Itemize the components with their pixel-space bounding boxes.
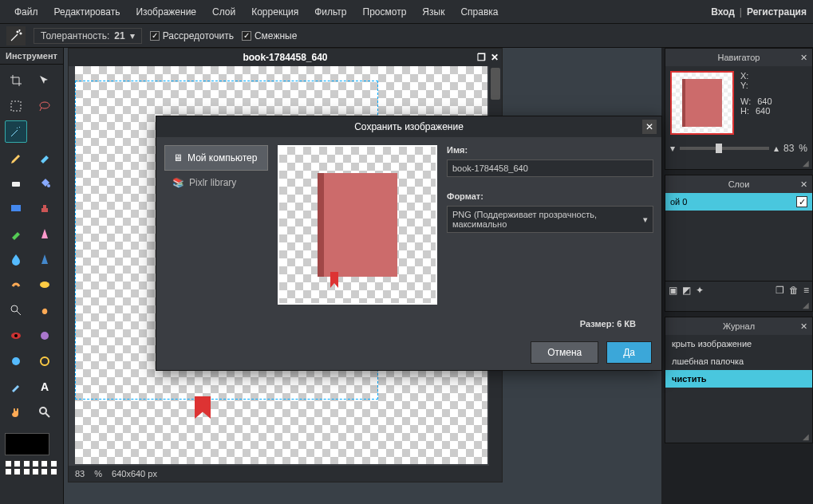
save-preview [278, 145, 437, 305]
library-icon: 📚 [172, 177, 184, 188]
chevron-down-icon: ▾ [643, 215, 648, 225]
format-label: Формат: [447, 191, 653, 201]
close-icon[interactable]: ✕ [642, 120, 657, 134]
format-select[interactable]: PNG (Поддерживает прозрачность, максимал… [447, 206, 653, 233]
dialog-titlebar[interactable]: Сохранить изображение ✕ [156, 116, 661, 137]
format-value: PNG (Поддерживает прозрачность, максимал… [452, 210, 643, 229]
save-dest-library[interactable]: 📚 Pixlr library [164, 171, 268, 195]
file-size-label: Размер: 6 КВ [166, 319, 652, 329]
monitor-icon: 🖥 [173, 152, 183, 163]
dialog-title: Сохранить изображение [354, 121, 464, 132]
name-label: Имя: [447, 145, 653, 155]
ok-button[interactable]: Да [606, 341, 652, 364]
name-input[interactable] [447, 159, 653, 177]
cancel-button[interactable]: Отмена [531, 341, 598, 364]
dialog-backdrop: Сохранить изображение ✕ 🖥 Мой компьютер … [0, 0, 813, 504]
save-dest-mycomputer[interactable]: 🖥 Мой компьютер [164, 145, 268, 171]
save-dialog: Сохранить изображение ✕ 🖥 Мой компьютер … [156, 116, 662, 371]
